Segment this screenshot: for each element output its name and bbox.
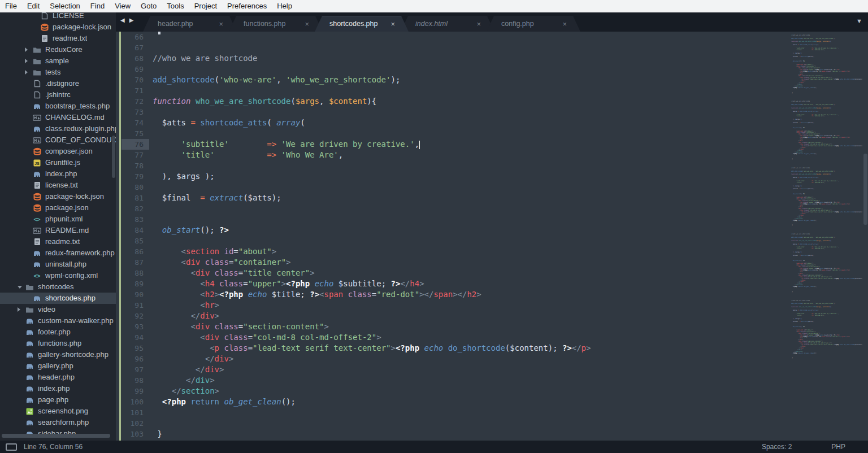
tab-close-icon[interactable]: × — [390, 20, 395, 28]
sidebar-item-wpml-config.xml[interactable]: <>wpml-config.xml — [0, 270, 116, 281]
syntax-mode[interactable]: PHP — [831, 443, 845, 451]
sidebar-item-uninstall.php[interactable]: uninstall.php — [0, 259, 116, 270]
code-line-97[interactable]: </div> — [153, 364, 791, 375]
code-line-76[interactable]: 'subtitle' => 'We are driven by creative… — [153, 139, 791, 150]
code-line-86[interactable]: <section id="about"> — [153, 246, 791, 257]
sidebar-vertical-scrollbar[interactable] — [112, 136, 115, 178]
editor-vertical-scrollbar[interactable] — [863, 154, 867, 225]
code-line-100[interactable]: <?php return ob_get_clean(); — [153, 397, 791, 407]
sidebar-item-index.php[interactable]: index.php — [0, 383, 116, 394]
menu-help[interactable]: Help — [272, 0, 297, 12]
minimap[interactable]: //who we are shortcode add_shortcode('wh… — [791, 32, 862, 441]
sidebar-item-.jshintrc[interactable]: .jshintrc — [0, 89, 116, 101]
sidebar-item-CODE_OF_CONDUCT.m[interactable]: CODE_OF_CONDUCT.m — [0, 134, 116, 146]
code-line-102[interactable] — [153, 418, 791, 429]
code-line-72[interactable]: function who_we_are_shortcode($args, $co… — [153, 96, 791, 107]
sidebar-folder-video[interactable]: video — [0, 304, 116, 315]
sidebar-item-package-lock.json[interactable]: package-lock.json — [0, 191, 116, 202]
sidebar-item-shortcodes.php[interactable]: shortcodes.php — [0, 293, 116, 304]
tab-functions.php[interactable]: functions.php× — [229, 16, 323, 32]
code-line-101[interactable] — [153, 407, 791, 418]
sidebar-item-redux-framework.php[interactable]: redux-framework.php — [0, 247, 116, 259]
code-line-95[interactable]: <p class="lead-text serif text-center"><… — [153, 343, 791, 354]
sidebar-item-custom-nav-walker.php[interactable]: custom-nav-walker.php — [0, 315, 116, 326]
folder-collapsed-icon[interactable] — [18, 307, 20, 312]
sidebar-item-gallery.php[interactable]: gallery.php — [0, 360, 116, 372]
menu-preferences[interactable]: Preferences — [222, 0, 272, 12]
sidebar-item-README.md[interactable]: README.md — [0, 225, 116, 236]
sidebar-folder-shortcodes[interactable]: shortcodes — [0, 281, 116, 293]
code-line-75[interactable] — [153, 128, 791, 139]
code-line-78[interactable] — [153, 160, 791, 171]
code-line-92[interactable]: </div> — [153, 311, 791, 321]
code-line-96[interactable]: </div> — [153, 354, 791, 364]
sidebar-item-.distignore[interactable]: .distignore — [0, 78, 116, 89]
code-line-99[interactable]: </section> — [153, 386, 791, 397]
code-area[interactable]: //who we are shortcodeadd_shortcode('who… — [153, 32, 791, 441]
code-line-83[interactable] — [153, 214, 791, 225]
sidebar-item-readme.txt[interactable]: readme.txt — [0, 33, 116, 44]
sidebar-item-Gruntfile.js[interactable]: JSGruntfile.js — [0, 157, 116, 168]
code-line-79[interactable]: ), $args ); — [153, 171, 791, 182]
sidebar-item-LICENSE[interactable]: LICENSE — [0, 12, 116, 21]
sidebar-item-composer.json[interactable]: composer.json — [0, 146, 116, 157]
sidebar-item-functions.php[interactable]: functions.php — [0, 338, 116, 349]
sidebar-item-screenshot.png[interactable]: screenshot.png — [0, 406, 116, 417]
tab-nav-back-icon[interactable]: ◀ — [120, 17, 125, 23]
tab-header.php[interactable]: header.php× — [143, 16, 237, 32]
sidebar-item-bootstrap_tests.php[interactable]: bootstrap_tests.php — [0, 101, 116, 112]
code-line-70[interactable]: add_shortcode('who-we-are', 'who_we_are_… — [153, 75, 791, 85]
sidebar-item-package-lock.json[interactable]: package-lock.json — [0, 21, 116, 33]
indent-setting[interactable]: Spaces: 2 — [762, 443, 792, 451]
folder-collapsed-icon[interactable] — [25, 59, 28, 63]
code-line-87[interactable]: <div class="container"> — [153, 257, 791, 268]
folder-expanded-icon[interactable] — [18, 286, 22, 289]
code-line-80[interactable] — [153, 182, 791, 193]
sidebar-item-gallery-shortcode.php[interactable]: gallery-shortcode.php — [0, 349, 116, 360]
sidebar-horizontal-scrollbar[interactable] — [2, 434, 110, 438]
code-line-90[interactable]: <h2><?php echo $title; ?><span class="re… — [153, 289, 791, 300]
tab-config.php[interactable]: config.php× — [487, 16, 580, 32]
tab-close-icon[interactable]: × — [562, 20, 567, 28]
sidebar-folder-tests[interactable]: tests — [0, 67, 116, 78]
code-line-84[interactable]: ob_start(); ?> — [153, 225, 791, 236]
sidebar-item-footer.php[interactable]: footer.php — [0, 326, 116, 338]
code-editor[interactable]: 6667686970717273747576777879808182838485… — [121, 32, 791, 441]
menu-view[interactable]: View — [110, 0, 136, 12]
sidebar-item-readme.txt[interactable]: readme.txt — [0, 236, 116, 247]
folder-collapsed-icon[interactable] — [25, 70, 28, 75]
code-line-81[interactable]: $final = extract($atts); — [153, 193, 791, 203]
menu-tools[interactable]: Tools — [162, 0, 189, 12]
menu-goto[interactable]: Goto — [136, 0, 162, 12]
tab-close-icon[interactable]: × — [476, 20, 481, 28]
code-line-94[interactable]: <div class="col-md-8 col-md-offset-2"> — [153, 332, 791, 343]
tab-nav-forward-icon[interactable]: ▶ — [129, 17, 134, 23]
folder-collapsed-icon[interactable] — [25, 47, 28, 52]
tab-close-icon[interactable]: × — [305, 20, 309, 28]
sidebar-folder-sample[interactable]: sample — [0, 55, 116, 67]
code-line-91[interactable]: <hr> — [153, 300, 791, 311]
sidebar-item-index.php[interactable]: index.php — [0, 168, 116, 180]
code-line-74[interactable]: $atts = shortcode_atts( array( — [153, 117, 791, 128]
tab-shortcodes.php[interactable]: shortcodes.php× — [315, 16, 409, 32]
sidebar-item-header.php[interactable]: header.php — [0, 372, 116, 383]
code-line-68[interactable]: //who we are shortcode — [153, 53, 791, 64]
code-line-82[interactable] — [153, 203, 791, 214]
sidebar-item-searchform.php[interactable]: searchform.php — [0, 417, 116, 428]
code-line-67[interactable] — [153, 42, 791, 53]
sidebar-item-license.txt[interactable]: license.txt — [0, 180, 116, 191]
code-line-103[interactable]: } — [153, 429, 791, 439]
code-line-69[interactable] — [153, 64, 791, 75]
code-line-71[interactable] — [153, 85, 791, 96]
code-line-77[interactable]: 'title' => 'Who We Are', — [153, 150, 791, 160]
menu-edit[interactable]: Edit — [22, 0, 45, 12]
code-line-85[interactable] — [153, 236, 791, 246]
menu-find[interactable]: Find — [85, 0, 110, 12]
sidebar-folder-ReduxCore[interactable]: ReduxCore — [0, 44, 116, 55]
menu-project[interactable]: Project — [189, 0, 222, 12]
tab-index.html[interactable]: index.html× — [401, 16, 494, 32]
tab-overflow-dropdown-icon[interactable]: ▼ — [856, 18, 862, 24]
sidebar-item-phpunit.xml[interactable]: <>phpunit.xml — [0, 214, 116, 225]
code-line-98[interactable]: </div> — [153, 375, 791, 386]
code-line-73[interactable] — [153, 107, 791, 117]
